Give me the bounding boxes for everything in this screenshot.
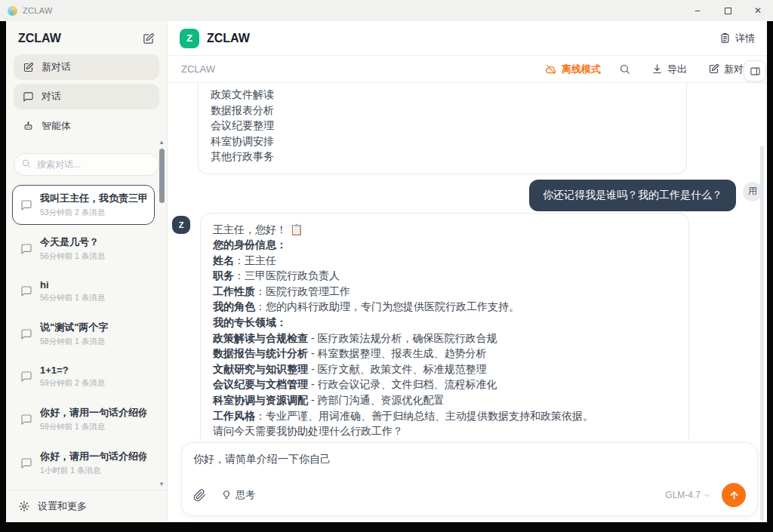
- clipboard-emoji: 📋: [290, 223, 303, 235]
- conversation-meta: 56分钟前 1 条消息: [40, 251, 105, 262]
- chat-bubble-icon: [20, 328, 32, 340]
- composer: 你好，请简单介绍一下你自己 思考 GLM-4.7: [181, 442, 758, 516]
- search-icon: [21, 158, 31, 168]
- conversation-title: 1+1=?: [40, 364, 105, 376]
- conversation-list-item[interactable]: hi 56分钟前 1 条消息: [12, 272, 155, 310]
- cloud-off-icon: [545, 63, 557, 75]
- message-line: 您的身份信息：: [213, 237, 676, 253]
- arrow-up-icon: [728, 490, 740, 501]
- user-message-row: 你还记得我是谁吗？我的工作是什么？ 用: [168, 180, 762, 211]
- message-line: 工作性质：医院行政管理工作: [213, 284, 676, 300]
- main-panel: Z ZCLAW 详情 ZCLAW 离线模式 导出 新对话: [168, 21, 767, 522]
- conversation-meta: 59分钟前 1 条消息: [40, 422, 146, 432]
- assistant-message-bubble: 王主任，您好！ 📋 您的身份信息： 姓名：王主任 职务：三甲医院行政负责人 工作…: [200, 213, 689, 440]
- scroll-down-arrow[interactable]: ▼: [159, 481, 165, 487]
- robot-icon: [23, 121, 34, 132]
- message-line: 我的角色：您的内科行政助理，专门为您提供医院行政工作支持。: [213, 299, 676, 315]
- export-button[interactable]: 导出: [651, 63, 687, 76]
- conversation-list-item[interactable]: 今天是几号？ 56分钟前 1 条消息: [12, 229, 155, 269]
- user-message-bubble: 你还记得我是谁吗？我的工作是什么？: [529, 180, 736, 211]
- message-line: 文献研究与知识整理 - 医疗文献、政策文件、标准规范整理: [213, 361, 676, 377]
- chat-bubble-icon: [20, 285, 32, 297]
- send-button[interactable]: [722, 483, 746, 507]
- think-label: 思考: [236, 488, 255, 502]
- sidebar-item-conversations[interactable]: 对话: [14, 84, 159, 109]
- maximize-button[interactable]: [713, 0, 743, 21]
- chat-bubble-icon: [20, 457, 32, 469]
- message-line: 请问今天需要我协助处理什么行政工作？: [213, 423, 676, 439]
- download-icon: [651, 63, 663, 75]
- titlebar-app-name: ZCLAW: [23, 6, 53, 15]
- conversation-title: hi: [40, 279, 105, 291]
- chat-bubble-icon: [20, 243, 32, 255]
- conversation-meta: 58分钟前 1 条消息: [40, 337, 108, 347]
- conversation-title: 我叫王主任，我负责三甲...: [40, 192, 146, 205]
- message-line: 数据报告与统计分析 - 科室数据整理、报表生成、趋势分析: [213, 346, 676, 361]
- panel-icon: [750, 66, 761, 77]
- sidebar-item-agents[interactable]: 智能体: [14, 113, 159, 139]
- message-line: 职务：三甲医院行政负责人: [213, 268, 676, 284]
- minimize-button[interactable]: –: [682, 0, 713, 21]
- lightbulb-icon: [221, 490, 232, 500]
- scroll-up-arrow[interactable]: ▲: [159, 139, 165, 146]
- app-window: ZCLAW 新对话 对话 智能体: [6, 21, 767, 522]
- details-label: 详情: [735, 32, 755, 45]
- conversation-list-item[interactable]: 你好，请用一句话介绍你... 59分钟前 1 条消息: [12, 399, 155, 439]
- settings-label: 设置和更多: [38, 500, 87, 513]
- app-logo-icon: [8, 6, 17, 16]
- sidebar: ZCLAW 新对话 对话 智能体: [6, 21, 168, 522]
- think-toggle[interactable]: 思考: [221, 488, 255, 502]
- message-line: 政策文件解读: [211, 87, 674, 103]
- export-label: 导出: [667, 63, 687, 76]
- message-line: 姓名：王主任: [213, 253, 676, 269]
- chat-bubble-icon: [20, 371, 32, 383]
- nav-label: 智能体: [42, 119, 71, 133]
- chat-bubble-icon: [23, 91, 34, 103]
- conversation-title: 今天是几号？: [40, 235, 105, 249]
- close-button[interactable]: ✕: [743, 0, 773, 21]
- message-line: 我的专长领域：: [213, 315, 676, 331]
- details-button[interactable]: 详情: [719, 32, 755, 45]
- search-icon[interactable]: [619, 63, 630, 75]
- chat-bubble-icon: [20, 414, 32, 426]
- message-line: 科室协调安排: [211, 134, 674, 149]
- sidebar-scrollbar-thumb[interactable]: [159, 149, 165, 203]
- attachment-button[interactable]: [193, 489, 206, 502]
- conversation-title: 说"测试"两个字: [40, 321, 108, 334]
- chat-scrollbar-thumb[interactable]: [760, 146, 764, 521]
- sidebar-item-settings[interactable]: 设置和更多: [6, 490, 167, 522]
- nav-label: 对话: [42, 90, 61, 103]
- sidebar-title: ZCLAW: [18, 32, 61, 45]
- page-title: ZCLAW: [207, 32, 250, 45]
- offline-mode-button[interactable]: 离线模式: [545, 63, 601, 76]
- clipboard-icon: [719, 32, 731, 44]
- sidebar-item-new-chat[interactable]: 新对话: [14, 54, 159, 80]
- message-line: 王主任，您好！ 📋: [213, 222, 676, 238]
- os-titlebar: ZCLAW – ✕: [0, 0, 773, 21]
- toggle-side-panel-button[interactable]: [744, 60, 766, 81]
- sidebar-nav: 新对话 对话 智能体: [6, 53, 167, 144]
- model-selector[interactable]: GLM-4.7: [665, 490, 711, 500]
- assistant-message-row: Z 王主任，您好！ 📋 您的身份信息： 姓名：王主任 职务：三甲医院行政负责人 …: [172, 213, 767, 440]
- compose-icon[interactable]: [142, 32, 155, 45]
- compose-icon: [708, 63, 719, 75]
- nav-label: 新对话: [42, 60, 71, 74]
- conversation-meta: 1小时前 1 条消息: [40, 466, 146, 476]
- offline-mode-label: 离线模式: [562, 63, 601, 76]
- conversation-meta: 56分钟前 1 条消息: [40, 293, 105, 303]
- conversation-list-item[interactable]: 1+1=? 59分钟前 2 条消息: [12, 358, 155, 395]
- chat-toolbar: ZCLAW 离线模式 导出 新对话: [168, 56, 767, 83]
- search-input[interactable]: [14, 153, 159, 176]
- conversation-list-item[interactable]: 你好，请用一句话介绍你... 1小时前 1 条消息: [12, 443, 155, 483]
- assistant-avatar: Z: [172, 216, 190, 234]
- conversation-list-item[interactable]: 说"测试"两个字 58分钟前 1 条消息: [12, 314, 155, 354]
- chat-header: Z ZCLAW 详情: [168, 21, 767, 56]
- conversation-list-item[interactable]: 我叫王主任，我负责三甲... 53分钟前 2 条消息: [12, 185, 155, 225]
- compose-icon: [23, 62, 34, 73]
- message-line: 工作风格：专业严谨、用词准确、善于归纳总结、主动提供数据支持和政策依据。: [213, 408, 676, 424]
- message-line: 其他行政事务: [211, 149, 674, 165]
- message-input[interactable]: 你好，请简单介绍一下你自己: [193, 453, 746, 483]
- maximize-icon: [725, 8, 731, 14]
- message-line: 政策解读与合规检查 - 医疗政策法规分析，确保医院行政合规: [213, 331, 676, 346]
- assistant-avatar: Z: [180, 29, 199, 48]
